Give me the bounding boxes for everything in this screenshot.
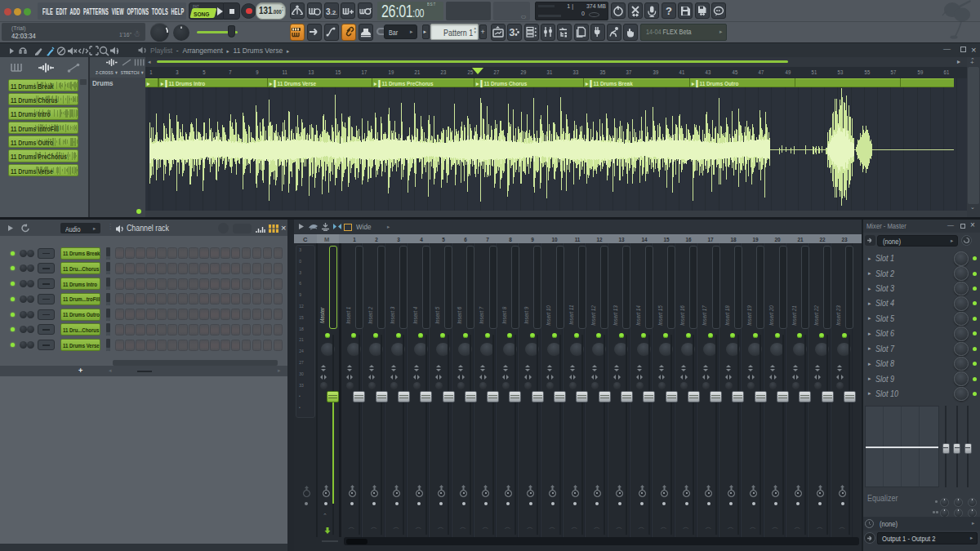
- svg-text:3: 3: [510, 27, 515, 38]
- svg-text:3.2.: 3.2.: [326, 7, 337, 16]
- svg-text:?: ?: [666, 5, 672, 17]
